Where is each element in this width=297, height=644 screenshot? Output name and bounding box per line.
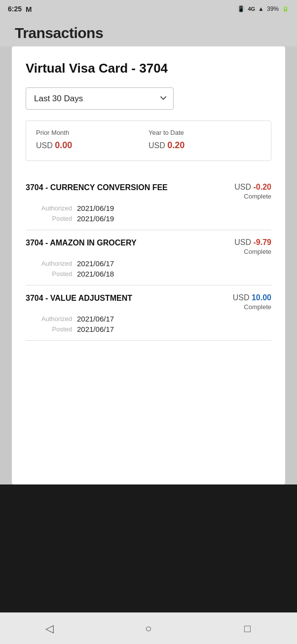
transaction-amount: USD -9.79 [234,238,271,247]
prior-month-label: Prior Month [36,129,148,136]
transaction-amount: USD -0.20 [234,183,271,192]
posted-date: 2021/06/17 [77,325,114,333]
vibrate-icon: 📳 [237,5,245,12]
transaction-amount-col: USD 10.00 Complete [233,293,271,311]
transaction-dates: Authorized 2021/06/17 Posted 2021/06/18 [26,259,271,278]
transaction-header: 3704 - CURRENCY CONVERSION FEE USD -0.20… [26,183,271,200]
authorized-label: Authorized [28,315,72,322]
transaction-status: Complete [234,193,271,200]
transaction-item: 3704 - VALUE ADJUSTMENT USD 10.00 Comple… [26,285,271,341]
recent-apps-button[interactable]: □ [236,617,260,641]
posted-label: Posted [28,325,72,333]
usd-prefix: USD [234,183,253,191]
status-bar-right: 📳 4G ▲ 39% 🔋 [237,5,289,12]
ytd-usd: USD [148,141,167,150]
transaction-amount-col: USD -9.79 Complete [234,238,271,255]
posted-row: Posted 2021/06/19 [28,214,271,223]
prior-month-amount: 0.00 [55,140,72,150]
authorized-date: 2021/06/19 [77,204,114,212]
authorized-label: Authorized [28,260,72,267]
time-display: 6:25 [8,5,22,13]
transaction-list: 3704 - CURRENCY CONVERSION FEE USD -0.20… [26,175,271,341]
usd-prefix: USD [234,238,253,246]
usd-prefix: USD [233,293,252,302]
prior-month-value: USD 0.00 [36,140,148,151]
prior-month-usd: USD [36,141,55,150]
posted-date: 2021/06/19 [77,214,114,223]
date-filter-dropdown[interactable]: Last 30 Days Last 7 Days Last 90 Days Ye… [26,87,174,110]
authorized-row: Authorized 2021/06/17 [28,259,271,268]
main-card: Virtual Visa Card - 3704 Last 30 Days La… [12,46,285,484]
page-header: Transactions [0,18,297,46]
posted-date: 2021/06/18 [77,270,114,278]
transaction-name: 3704 - AMAZON IN GROCERY [26,238,234,248]
posted-row: Posted 2021/06/17 [28,325,271,333]
page-title: Transactions [15,25,282,41]
transaction-item: 3704 - AMAZON IN GROCERY USD -9.79 Compl… [26,230,271,285]
prior-month-col: Prior Month USD 0.00 [36,129,148,151]
transaction-dates: Authorized 2021/06/19 Posted 2021/06/19 [26,204,271,223]
transaction-header: 3704 - VALUE ADJUSTMENT USD 10.00 Comple… [26,293,271,311]
recent-apps-icon: □ [244,622,251,635]
ytd-col: Year to Date USD 0.20 [148,129,261,151]
bottom-space [0,484,297,612]
authorized-date: 2021/06/17 [77,315,114,323]
authorized-row: Authorized 2021/06/19 [28,204,271,212]
battery-percent: 39% [267,5,279,12]
gmail-icon: M [26,5,32,13]
transaction-header: 3704 - AMAZON IN GROCERY USD -9.79 Compl… [26,238,271,255]
date-filter-container: Last 30 Days Last 7 Days Last 90 Days Ye… [26,87,271,110]
posted-label: Posted [28,270,72,278]
transaction-amount-col: USD -0.20 Complete [234,183,271,200]
status-bar: 6:25 M 📳 4G ▲ 39% 🔋 [0,0,297,18]
signal-bars-icon: ▲ [258,5,264,12]
back-icon: ◁ [45,622,54,635]
posted-row: Posted 2021/06/18 [28,270,271,278]
home-button[interactable]: ○ [137,617,160,641]
transaction-amount: USD 10.00 [233,293,271,302]
posted-label: Posted [28,215,72,222]
transaction-name: 3704 - CURRENCY CONVERSION FEE [26,183,234,193]
ytd-value: USD 0.20 [148,140,261,151]
back-button[interactable]: ◁ [37,617,61,641]
transaction-status: Complete [234,248,271,255]
summary-box: Prior Month USD 0.00 Year to Date USD 0.… [26,121,271,161]
card-title: Virtual Visa Card - 3704 [26,60,271,77]
transaction-name: 3704 - VALUE ADJUSTMENT [26,293,233,304]
nav-bar: ◁ ○ □ [0,612,297,644]
status-bar-left: 6:25 M [8,5,32,13]
transaction-dates: Authorized 2021/06/17 Posted 2021/06/17 [26,315,271,333]
ytd-label: Year to Date [148,129,261,136]
battery-icon: 🔋 [282,5,289,12]
authorized-label: Authorized [28,204,72,212]
signal-4g-icon: 4G [248,6,255,12]
ytd-amount: 0.20 [167,140,185,150]
transaction-item: 3704 - CURRENCY CONVERSION FEE USD -0.20… [26,175,271,230]
transaction-status: Complete [233,303,271,311]
authorized-row: Authorized 2021/06/17 [28,315,271,323]
home-icon: ○ [145,622,151,635]
authorized-date: 2021/06/17 [77,259,114,268]
